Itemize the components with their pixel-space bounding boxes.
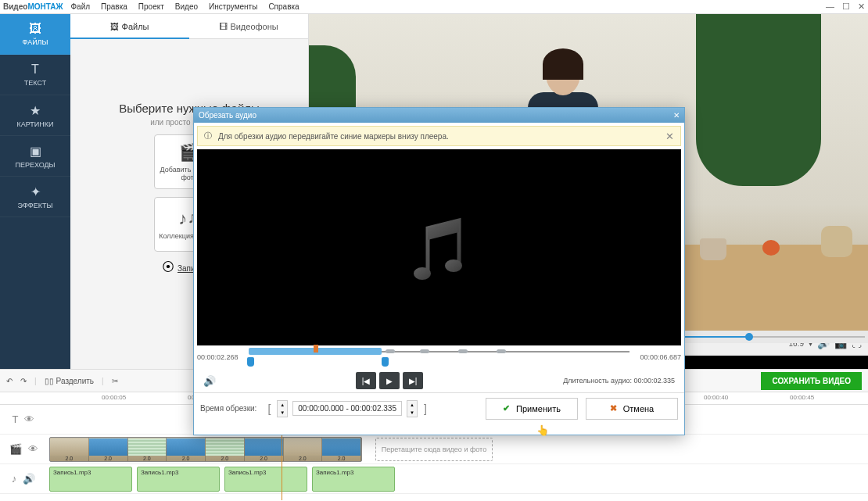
music-track-icon[interactable]: ♪ [12,473,17,485]
text-icon: T [31,63,39,77]
sidebar-item-label: ЭФФЕКТЫ [18,202,53,209]
music-note-icon [408,213,471,283]
transition-icon: ▣ [30,144,41,159]
x-icon: ✖ [610,403,617,413]
menu-tools[interactable]: Инструменты [209,2,257,11]
app-logo: ВидеоМОНТАЖ [3,2,63,11]
trim-end-handle[interactable] [382,357,389,367]
menu-bar: ВидеоМОНТАЖ Файл Правка Проект Видео Инс… [0,0,868,14]
bracket-right-icon: ] [422,403,429,415]
menu-project[interactable]: Проект [138,2,164,11]
tab-label: Файлы [122,22,149,31]
button-label: Отмена [623,404,654,413]
audio-clip[interactable]: Запись1.mp3 [137,467,220,492]
sidebar-item-files[interactable]: 🖼ФАЙЛЫ [0,14,70,55]
close-icon[interactable]: ✕ [858,2,865,12]
timeline-row-audio: ♪🔊 Запись1.mp3 Запись1.mp3 Запись1.mp3 З… [0,464,868,494]
trim-start-handle[interactable] [247,357,254,367]
svg-point-0 [414,267,431,280]
save-video-button[interactable]: СОХРАНИТЬ ВИДЕО [761,372,862,390]
redo-button[interactable]: ↷ [20,377,27,385]
close-icon[interactable]: ✕ [673,111,680,120]
end-spinner[interactable]: ▲▼ [407,400,418,417]
menu-edit[interactable]: Правка [101,2,127,11]
sidebar-item-pictures[interactable]: ★КАРТИНКИ [0,95,70,136]
menu-file[interactable]: Файл [70,2,90,11]
svg-point-1 [445,259,462,272]
audio-clip[interactable]: Запись1.mp3 [224,467,307,492]
split-button[interactable]: ▯▯ Разделить [45,377,94,385]
time-right: 00:00:06.687 [634,353,681,361]
image-icon: 🖼 [29,22,41,36]
audio-clip[interactable]: Запись1.mp3 [49,467,132,492]
trim-label: Время обрезки: [200,404,256,413]
timeline-row-video: 🎬👁 2.0 2.0 2.0 2.0 2.0 2.0 2.0 2.0 Перет… [0,435,868,464]
info-text: Для обрезки аудио передвигайте синие мар… [218,132,449,141]
sidebar-item-label: КАРТИНКИ [16,120,53,128]
play-cursor[interactable] [314,345,318,352]
apply-button[interactable]: ✔Применить [486,398,578,420]
trim-range: 00:00:00.000 - 00:00:02.335 [292,401,402,416]
play-button[interactable]: ▶ [379,372,400,389]
ruler-tick: 00:00:45 [790,394,814,401]
trim-seekbar: 00:00:02.268 00:00:06.687 [197,345,681,369]
video-track-icon[interactable]: 🎬 [9,443,22,455]
maximize-icon[interactable]: ☐ [842,2,850,12]
menu-help[interactable]: Справка [268,2,299,11]
sidebar: 🖼ФАЙЛЫ TТЕКСТ ★КАРТИНКИ ▣ПЕРЕХОДЫ ✦ЭФФЕК… [0,14,70,369]
time-left: 00:00:02.268 [197,353,244,361]
button-label: Разделить [56,377,94,385]
sidebar-item-transitions[interactable]: ▣ПЕРЕХОДЫ [0,136,70,177]
window-controls: — ☐ ✕ [826,2,865,12]
menu-video[interactable]: Видео [175,2,198,11]
eye-icon[interactable]: 👁 [24,413,34,425]
text-track-icon[interactable]: T [13,413,19,425]
close-icon[interactable]: ✕ [665,131,674,142]
dialog-footer: Время обрезки: [ ▲▼ 00:00:00.000 - 00:00… [194,392,684,424]
speaker-icon[interactable]: 🔊 [23,473,35,485]
sidebar-item-effects[interactable]: ✦ЭФФЕКТЫ [0,177,70,217]
sidebar-item-text[interactable]: TТЕКСТ [0,55,70,95]
sidebar-item-label: ПЕРЕХОДЫ [15,161,55,169]
cancel-button[interactable]: ✖Отмена [586,398,678,420]
duration-label: Длительность аудио: 00:00:02.335 [563,377,675,385]
cut-button[interactable]: ✂ [112,377,118,385]
ruler-tick: 00:00:40 [704,394,728,401]
volume-icon[interactable]: 🔊 [203,375,216,387]
wand-icon: ✦ [30,184,41,199]
start-spinner[interactable]: ▲▼ [277,400,288,417]
tab-videobg[interactable]: 🎞 Видеофоны [189,14,308,39]
eye-icon[interactable]: 👁 [28,443,38,455]
undo-button[interactable]: ↶ [6,377,13,385]
tab-files[interactable]: 🖼 Файлы [70,14,189,39]
video-clip[interactable]: 2.0 2.0 2.0 2.0 2.0 2.0 2.0 2.0 [49,437,362,462]
sidebar-item-label: ФАЙЛЫ [23,38,48,46]
check-icon: ✔ [503,403,510,413]
tab-label: Видеофоны [230,22,278,31]
player-controls: 🔊 |◀ ▶ ▶| Длительность аудио: 00:00:02.3… [197,369,681,392]
mid-tabs: 🖼 Файлы 🎞 Видеофоны [70,14,308,39]
drop-placeholder[interactable]: Перетащите сюда видео и фото [375,438,493,461]
audio-preview [197,149,681,345]
button-label: Применить [516,404,561,413]
dialog-title: Обрезать аудио [199,111,256,120]
trim-audio-dialog: Обрезать аудио ✕ ⓘ Для обрезки аудио пер… [193,107,685,435]
next-button[interactable]: ▶| [403,372,423,389]
minimize-icon[interactable]: — [826,2,834,12]
seekbar[interactable] [249,346,629,368]
star-icon: ★ [30,103,41,118]
dialog-titlebar[interactable]: Обрезать аудио ✕ [194,108,684,123]
bracket-left-icon: [ [266,403,272,415]
info-icon: ⓘ [204,131,212,141]
audio-clip[interactable]: Запись1.mp3 [312,467,395,492]
prev-button[interactable]: |◀ [356,372,376,389]
info-banner: ⓘ Для обрезки аудио передвигайте синие м… [197,126,681,146]
sidebar-item-label: ТЕКСТ [24,79,46,87]
ruler-tick: 00:00:05 [102,394,126,401]
